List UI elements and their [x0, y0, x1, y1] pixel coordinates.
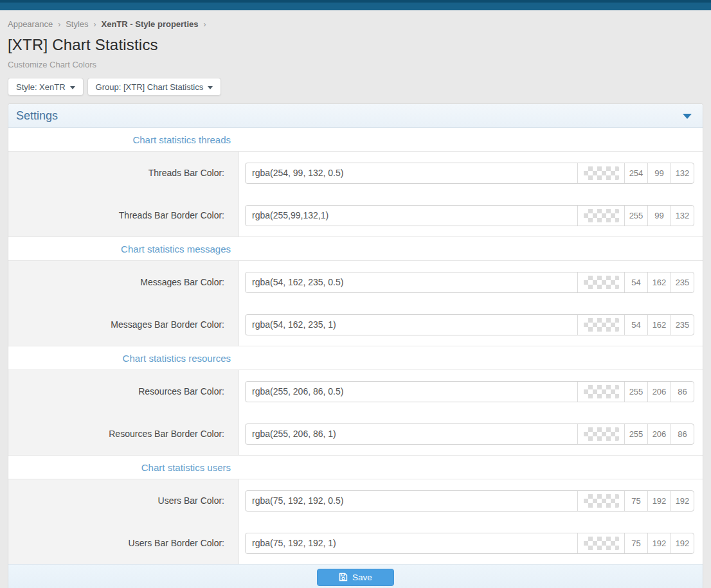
- section-heading: Chart statistics threads: [8, 128, 703, 152]
- color-input-group: 255 206 86: [245, 381, 694, 402]
- field-row: Users Bar Border Color: 75 192 192: [8, 522, 703, 564]
- panel-title: Settings: [16, 109, 58, 122]
- section-threads: Chart statistics threads Threads Bar Col…: [8, 128, 703, 236]
- rgb-value-g: 206: [647, 382, 670, 402]
- filter-toolbar: Style: XenTR Group: [XTR] Chart Statisti…: [8, 78, 703, 96]
- field-row: Threads Bar Border Color: 255 99 132: [8, 194, 703, 236]
- color-input-group: 54 162 235: [245, 272, 694, 293]
- style-selector-button[interactable]: Style: XenTR: [8, 78, 84, 96]
- field-row: Users Bar Color: 75 192 192: [8, 479, 703, 522]
- breadcrumb-separator: ›: [58, 20, 60, 29]
- rgb-value-r: 254: [624, 163, 647, 183]
- field-row: Threads Bar Color: 254 99 132: [8, 152, 703, 194]
- swatch-cell: [577, 382, 624, 402]
- rgb-value-r: 255: [624, 206, 647, 226]
- section-heading: Chart statistics messages: [8, 237, 703, 261]
- color-input-group: 75 192 192: [245, 490, 694, 512]
- section-heading: Chart statistics resources: [8, 346, 703, 370]
- field-content: 254 99 132: [239, 152, 703, 194]
- top-navigation-bar: [0, 0, 711, 10]
- color-input-group: 255 99 132: [245, 205, 694, 226]
- field-row: Messages Bar Border Color: 54 162 235: [8, 303, 703, 346]
- field-content: 255 99 132: [239, 194, 703, 236]
- field-label: Users Bar Border Color:: [8, 522, 239, 564]
- color-value-input[interactable]: [246, 533, 577, 553]
- field-label: Users Bar Color:: [8, 479, 239, 522]
- field-label: Resources Bar Color:: [8, 370, 239, 413]
- field-label: Threads Bar Border Color:: [8, 194, 239, 236]
- save-button-label: Save: [352, 573, 372, 582]
- save-button[interactable]: Save: [317, 569, 394, 586]
- field-content: 75 192 192: [239, 479, 703, 522]
- color-input-group: 75 192 192: [245, 533, 694, 554]
- style-selector-label: Style: XenTR: [16, 82, 66, 92]
- rgb-value-b: 132: [670, 206, 694, 226]
- section-heading-link-resources[interactable]: Chart statistics resources: [123, 353, 231, 364]
- field-content: 54 162 235: [239, 261, 703, 303]
- color-value-input[interactable]: [246, 206, 577, 226]
- rgb-value-g: 99: [647, 163, 670, 183]
- section-messages: Chart statistics messages Messages Bar C…: [8, 236, 703, 346]
- field-label: Resources Bar Border Color:: [8, 413, 239, 455]
- field-row: Resources Bar Color: 255 206 86: [8, 370, 703, 413]
- field-content: 255 206 86: [239, 413, 703, 455]
- field-content: 54 162 235: [239, 303, 703, 346]
- field-label: Messages Bar Border Color:: [8, 303, 239, 346]
- color-value-input[interactable]: [246, 163, 577, 183]
- breadcrumb-item-styles[interactable]: Styles: [66, 19, 88, 29]
- settings-panel-header[interactable]: Settings: [8, 104, 703, 128]
- rgb-value-b: 192: [670, 533, 694, 553]
- rgb-value-r: 75: [624, 491, 647, 511]
- panel-footer: Save: [8, 564, 703, 588]
- rgb-value-g: 206: [647, 424, 670, 444]
- section-heading-link-threads[interactable]: Chart statistics threads: [132, 134, 231, 145]
- swatch-cell: [577, 424, 624, 444]
- rgb-value-b: 235: [670, 315, 694, 335]
- rgb-value-b: 192: [670, 491, 694, 511]
- swatch-cell: [577, 315, 624, 335]
- color-value-input[interactable]: [246, 272, 577, 292]
- save-icon: [339, 573, 348, 582]
- breadcrumb-item-style-properties[interactable]: XenTR - Style properties: [102, 19, 199, 29]
- color-value-input[interactable]: [246, 382, 577, 402]
- swatch-cell: [577, 206, 624, 226]
- swatch-cell: [577, 272, 624, 292]
- settings-panel: Settings Chart statistics threads Thread…: [8, 103, 703, 588]
- breadcrumb-item-appearance[interactable]: Appearance: [8, 19, 53, 29]
- breadcrumb-separator: ›: [204, 20, 206, 29]
- rgb-value-b: 235: [670, 272, 694, 292]
- section-heading-link-messages[interactable]: Chart statistics messages: [121, 244, 231, 254]
- rgb-value-g: 99: [647, 206, 670, 226]
- color-value-input[interactable]: [246, 424, 577, 444]
- swatch-cell: [577, 491, 624, 511]
- field-label: Threads Bar Color:: [8, 152, 239, 194]
- page-title: [XTR] Chart Statistics: [8, 36, 703, 54]
- rgb-value-g: 162: [647, 272, 670, 292]
- color-input-group: 254 99 132: [245, 163, 694, 184]
- rgb-value-b: 86: [670, 382, 694, 402]
- group-selector-button[interactable]: Group: [XTR] Chart Statistics: [87, 78, 222, 96]
- section-users: Chart statistics users Users Bar Color: …: [8, 455, 703, 564]
- rgb-value-r: 255: [624, 424, 647, 444]
- caret-down-icon: [70, 86, 75, 89]
- rgb-value-r: 75: [624, 533, 647, 553]
- color-value-input[interactable]: [246, 315, 577, 335]
- group-selector-label: Group: [XTR] Chart Statistics: [96, 82, 204, 92]
- color-value-input[interactable]: [246, 491, 577, 511]
- color-input-group: 255 206 86: [245, 423, 694, 445]
- section-resources: Chart statistics resources Resources Bar…: [8, 346, 703, 455]
- rgb-value-b: 132: [670, 163, 694, 183]
- field-label: Messages Bar Color:: [8, 261, 239, 303]
- page-container: Appearance›Styles›XenTR - Style properti…: [0, 19, 711, 588]
- chevron-down-icon[interactable]: [683, 114, 692, 119]
- swatch-cell: [577, 163, 624, 183]
- rgb-value-g: 192: [647, 491, 670, 511]
- breadcrumb-separator: ›: [94, 20, 96, 29]
- rgb-value-g: 162: [647, 315, 670, 335]
- color-input-group: 54 162 235: [245, 314, 694, 335]
- breadcrumb: Appearance›Styles›XenTR - Style properti…: [8, 19, 703, 29]
- field-row: Messages Bar Color: 54 162 235: [8, 261, 703, 303]
- section-heading: Chart statistics users: [8, 456, 703, 479]
- swatch-cell: [577, 533, 624, 553]
- section-heading-link-users[interactable]: Chart statistics users: [141, 462, 231, 473]
